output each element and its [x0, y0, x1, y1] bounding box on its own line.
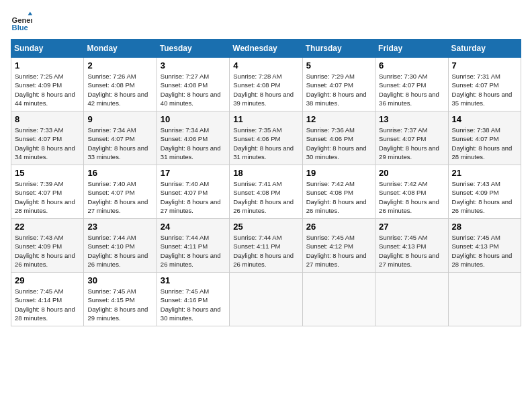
- calendar-day-cell: 14 Sunrise: 7:38 AM Sunset: 4:07 PM Dayl…: [448, 111, 521, 165]
- calendar-day-cell: 15 Sunrise: 7:39 AM Sunset: 4:07 PM Dayl…: [11, 165, 84, 219]
- calendar-day-cell: 7 Sunrise: 7:31 AM Sunset: 4:07 PM Dayli…: [448, 58, 521, 111]
- calendar-day-cell: 1 Sunrise: 7:25 AM Sunset: 4:09 PM Dayli…: [11, 58, 84, 111]
- day-number: 10: [161, 114, 226, 124]
- day-number: 5: [306, 60, 371, 71]
- day-number: 15: [15, 168, 80, 178]
- day-info: Sunrise: 7:45 AM Sunset: 4:14 PM Dayligh…: [15, 287, 80, 322]
- calendar-week-row: 1 Sunrise: 7:25 AM Sunset: 4:09 PM Dayli…: [11, 58, 521, 111]
- day-info: Sunrise: 7:34 AM Sunset: 4:07 PM Dayligh…: [87, 126, 152, 161]
- day-info: Sunrise: 7:29 AM Sunset: 4:07 PM Dayligh…: [306, 72, 371, 107]
- day-number: 3: [161, 60, 226, 71]
- day-number: 16: [87, 168, 152, 178]
- calendar-day-cell: 19 Sunrise: 7:42 AM Sunset: 4:08 PM Dayl…: [302, 165, 375, 219]
- calendar-day-cell: 21 Sunrise: 7:43 AM Sunset: 4:09 PM Dayl…: [448, 165, 521, 219]
- day-number: 19: [306, 168, 371, 178]
- calendar-day-cell: 8 Sunrise: 7:33 AM Sunset: 4:07 PM Dayli…: [11, 111, 84, 165]
- calendar-day-cell: [230, 273, 302, 326]
- day-info: Sunrise: 7:36 AM Sunset: 4:06 PM Dayligh…: [306, 126, 371, 161]
- calendar-day-cell: 13 Sunrise: 7:37 AM Sunset: 4:07 PM Dayl…: [375, 111, 448, 165]
- day-number: 4: [233, 60, 298, 71]
- day-info: Sunrise: 7:33 AM Sunset: 4:07 PM Dayligh…: [15, 126, 80, 161]
- day-info: Sunrise: 7:35 AM Sunset: 4:06 PM Dayligh…: [233, 126, 298, 161]
- day-number: 8: [15, 114, 80, 124]
- calendar-day-cell: 17 Sunrise: 7:40 AM Sunset: 4:07 PM Dayl…: [157, 165, 229, 219]
- day-info: Sunrise: 7:45 AM Sunset: 4:15 PM Dayligh…: [87, 287, 152, 322]
- day-number: 9: [87, 114, 152, 124]
- day-info: Sunrise: 7:45 AM Sunset: 4:12 PM Dayligh…: [306, 233, 371, 269]
- day-number: 7: [452, 60, 517, 71]
- day-info: Sunrise: 7:43 AM Sunset: 4:09 PM Dayligh…: [452, 179, 517, 215]
- day-info: Sunrise: 7:40 AM Sunset: 4:07 PM Dayligh…: [161, 179, 226, 215]
- day-number: 13: [379, 114, 444, 124]
- day-number: 28: [452, 222, 517, 232]
- day-info: Sunrise: 7:45 AM Sunset: 4:13 PM Dayligh…: [379, 233, 444, 269]
- calendar-day-cell: [375, 273, 448, 326]
- calendar-day-cell: 10 Sunrise: 7:34 AM Sunset: 4:06 PM Dayl…: [157, 111, 229, 165]
- calendar-day-cell: 12 Sunrise: 7:36 AM Sunset: 4:06 PM Dayl…: [302, 111, 375, 165]
- day-info: Sunrise: 7:34 AM Sunset: 4:06 PM Dayligh…: [161, 126, 226, 161]
- weekday-header: Tuesday: [157, 40, 229, 58]
- calendar-day-cell: 3 Sunrise: 7:27 AM Sunset: 4:08 PM Dayli…: [157, 58, 229, 111]
- day-info: Sunrise: 7:39 AM Sunset: 4:07 PM Dayligh…: [15, 179, 80, 215]
- day-number: 20: [379, 168, 444, 178]
- weekday-header: Wednesday: [230, 40, 302, 58]
- day-info: Sunrise: 7:25 AM Sunset: 4:09 PM Dayligh…: [15, 72, 80, 107]
- day-info: Sunrise: 7:37 AM Sunset: 4:07 PM Dayligh…: [379, 126, 444, 161]
- svg-text:Blue: Blue: [12, 24, 28, 32]
- calendar-day-cell: [448, 273, 521, 326]
- day-number: 22: [15, 222, 80, 232]
- calendar-day-cell: 6 Sunrise: 7:30 AM Sunset: 4:07 PM Dayli…: [375, 58, 448, 111]
- day-info: Sunrise: 7:40 AM Sunset: 4:07 PM Dayligh…: [87, 179, 152, 215]
- day-number: 31: [161, 275, 226, 285]
- day-number: 1: [15, 60, 80, 71]
- day-info: Sunrise: 7:45 AM Sunset: 4:16 PM Dayligh…: [161, 287, 226, 322]
- calendar-day-cell: 25 Sunrise: 7:44 AM Sunset: 4:11 PM Dayl…: [230, 219, 302, 273]
- calendar-day-cell: 9 Sunrise: 7:34 AM Sunset: 4:07 PM Dayli…: [84, 111, 157, 165]
- day-info: Sunrise: 7:44 AM Sunset: 4:11 PM Dayligh…: [233, 233, 298, 269]
- day-info: Sunrise: 7:45 AM Sunset: 4:13 PM Dayligh…: [452, 233, 517, 269]
- svg-text:General: General: [12, 16, 32, 24]
- weekday-header: Sunday: [11, 40, 84, 58]
- day-info: Sunrise: 7:27 AM Sunset: 4:08 PM Dayligh…: [161, 72, 226, 107]
- day-number: 12: [306, 114, 371, 124]
- calendar-day-cell: 23 Sunrise: 7:44 AM Sunset: 4:10 PM Dayl…: [84, 219, 157, 273]
- calendar-day-cell: 30 Sunrise: 7:45 AM Sunset: 4:15 PM Dayl…: [84, 273, 157, 326]
- logo-icon: General Blue: [11, 11, 32, 32]
- logo: General Blue: [11, 11, 35, 32]
- day-number: 2: [87, 60, 152, 71]
- day-info: Sunrise: 7:38 AM Sunset: 4:07 PM Dayligh…: [452, 126, 517, 161]
- day-number: 18: [233, 168, 298, 178]
- day-number: 21: [452, 168, 517, 178]
- day-number: 17: [161, 168, 226, 178]
- day-info: Sunrise: 7:26 AM Sunset: 4:08 PM Dayligh…: [87, 72, 152, 107]
- calendar-day-cell: 20 Sunrise: 7:42 AM Sunset: 4:08 PM Dayl…: [375, 165, 448, 219]
- page-header: General Blue: [11, 11, 521, 32]
- calendar-day-cell: 16 Sunrise: 7:40 AM Sunset: 4:07 PM Dayl…: [84, 165, 157, 219]
- day-number: 30: [87, 275, 152, 285]
- calendar-week-row: 29 Sunrise: 7:45 AM Sunset: 4:14 PM Dayl…: [11, 273, 521, 326]
- calendar-day-cell: 27 Sunrise: 7:45 AM Sunset: 4:13 PM Dayl…: [375, 219, 448, 273]
- day-info: Sunrise: 7:42 AM Sunset: 4:08 PM Dayligh…: [379, 179, 444, 215]
- day-number: 14: [452, 114, 517, 124]
- day-info: Sunrise: 7:28 AM Sunset: 4:08 PM Dayligh…: [233, 72, 298, 107]
- weekday-header: Monday: [84, 40, 157, 58]
- day-info: Sunrise: 7:41 AM Sunset: 4:08 PM Dayligh…: [233, 179, 298, 215]
- calendar-day-cell: 22 Sunrise: 7:43 AM Sunset: 4:09 PM Dayl…: [11, 219, 84, 273]
- day-info: Sunrise: 7:44 AM Sunset: 4:10 PM Dayligh…: [87, 233, 152, 269]
- day-number: 23: [87, 222, 152, 232]
- calendar-day-cell: 31 Sunrise: 7:45 AM Sunset: 4:16 PM Dayl…: [157, 273, 229, 326]
- weekday-header-row: SundayMondayTuesdayWednesdayThursdayFrid…: [11, 40, 521, 58]
- day-number: 6: [379, 60, 444, 71]
- calendar-day-cell: 26 Sunrise: 7:45 AM Sunset: 4:12 PM Dayl…: [302, 219, 375, 273]
- calendar-day-cell: 29 Sunrise: 7:45 AM Sunset: 4:14 PM Dayl…: [11, 273, 84, 326]
- calendar-day-cell: 4 Sunrise: 7:28 AM Sunset: 4:08 PM Dayli…: [230, 58, 302, 111]
- svg-marker-2: [28, 12, 32, 15]
- calendar-day-cell: 5 Sunrise: 7:29 AM Sunset: 4:07 PM Dayli…: [302, 58, 375, 111]
- day-info: Sunrise: 7:30 AM Sunset: 4:07 PM Dayligh…: [379, 72, 444, 107]
- calendar-week-row: 22 Sunrise: 7:43 AM Sunset: 4:09 PM Dayl…: [11, 219, 521, 273]
- day-number: 25: [233, 222, 298, 232]
- day-number: 29: [15, 275, 80, 285]
- calendar-week-row: 8 Sunrise: 7:33 AM Sunset: 4:07 PM Dayli…: [11, 111, 521, 165]
- day-info: Sunrise: 7:42 AM Sunset: 4:08 PM Dayligh…: [306, 179, 371, 215]
- day-info: Sunrise: 7:44 AM Sunset: 4:11 PM Dayligh…: [161, 233, 226, 269]
